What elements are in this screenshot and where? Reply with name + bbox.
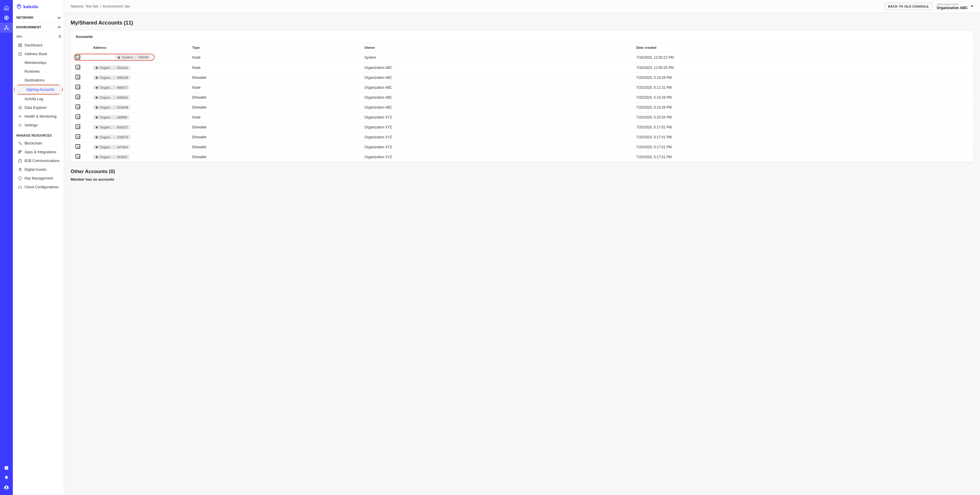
wallet-icon bbox=[76, 134, 80, 139]
svg-rect-17 bbox=[19, 151, 20, 152]
table-row[interactable]: ▣Organi...|a479e1EthwalletOrganization X… bbox=[71, 142, 973, 152]
globe-icon[interactable] bbox=[0, 13, 13, 23]
highlight-annotation: ▣System|73503e bbox=[75, 54, 154, 60]
address-pill: ▣Organi...|a479e1 bbox=[93, 145, 130, 149]
sidebar-item-address-book[interactable]: Address Book bbox=[13, 50, 64, 58]
chain-icon bbox=[18, 141, 22, 145]
dashboard-icon bbox=[18, 43, 22, 47]
sidebar-item-blockchain[interactable]: Blockchain bbox=[13, 139, 64, 148]
topbar: Network: Test Net / Environment: dev BAC… bbox=[64, 0, 980, 13]
main-area: Network: Test Net / Environment: dev BAC… bbox=[64, 0, 980, 495]
sidebar-item-runtimes[interactable]: Runtimes bbox=[13, 67, 64, 76]
sidebar-item-data-explorer[interactable]: Data Explorer bbox=[13, 103, 64, 112]
sidebar-item-health[interactable]: Health & Monitoring bbox=[13, 112, 64, 121]
icon-rail: ? bbox=[0, 0, 13, 495]
svg-rect-10 bbox=[19, 46, 20, 47]
compass-icon bbox=[18, 105, 22, 110]
svg-rect-11 bbox=[21, 46, 22, 47]
wallet-icon bbox=[76, 55, 80, 59]
other-accounts-title: Other Accounts (0) bbox=[71, 169, 974, 174]
wallet-icon bbox=[76, 114, 80, 119]
sidebar-item-destinations[interactable]: Destinations bbox=[13, 76, 64, 85]
page-title: My/Shared Accounts (11) bbox=[71, 20, 974, 26]
table-row[interactable]: ▣Organi...|a8f995NodeOrganization XYZ7/2… bbox=[71, 112, 973, 122]
table-row[interactable]: ▣Organi...|8d2bb1EthwalletOrganization A… bbox=[71, 93, 973, 102]
environment-section-header[interactable]: ENVIRONMENT bbox=[13, 22, 64, 32]
sidebar: kaleido NETWORK ENVIRONMENT dev Dashboar… bbox=[13, 0, 64, 495]
table-row[interactable]: ▣Organi...|228570EthwalletOrganization X… bbox=[71, 132, 973, 142]
table-row[interactable]: ▣System|73503eNodeSystem7/16/2020, 12:50… bbox=[71, 52, 973, 63]
apps-icon bbox=[18, 150, 22, 154]
table-row[interactable]: ▣Organi...|6dcb27EthwalletOrganization X… bbox=[71, 122, 973, 132]
wallet-icon bbox=[76, 75, 80, 79]
logo-text: kaleido bbox=[23, 4, 38, 9]
svg-rect-8 bbox=[19, 44, 20, 45]
chevron-up-icon bbox=[57, 26, 60, 29]
table-row[interactable]: ▣Organi...|8bfd72NodeOrganization ABC7/2… bbox=[71, 83, 973, 93]
wallet-icon bbox=[76, 104, 80, 109]
col-type: Type bbox=[188, 43, 360, 52]
bell-icon[interactable] bbox=[0, 473, 13, 483]
cloud-icon bbox=[18, 185, 22, 189]
sidebar-item-signing-accounts[interactable]: Signing Accounts bbox=[14, 85, 62, 94]
accounts-table: Address Type Owner Date created ▣System|… bbox=[71, 43, 973, 162]
book-icon bbox=[18, 52, 22, 56]
organization-dropdown[interactable]: ORGANIZATION Organization ABC bbox=[937, 3, 974, 10]
gear-icon bbox=[18, 123, 22, 127]
network-section-header[interactable]: NETWORK bbox=[13, 13, 64, 22]
other-accounts-empty: Member has no accounts bbox=[71, 177, 974, 182]
table-row[interactable]: ▣Organi...|053f25EthwalletOrganization X… bbox=[71, 152, 973, 162]
sidebar-item-dashboard[interactable]: Dashboard bbox=[13, 41, 64, 50]
wallet-icon bbox=[76, 125, 80, 129]
environment-selector[interactable]: dev bbox=[13, 32, 64, 41]
wallet-icon bbox=[76, 154, 80, 159]
wallet-icon bbox=[76, 85, 80, 89]
help-icon[interactable]: ? bbox=[0, 463, 13, 473]
address-pill: ▣Organi...|8d2bb1 bbox=[93, 95, 130, 100]
col-owner: Owner bbox=[360, 43, 632, 52]
sidebar-item-settings[interactable]: Settings bbox=[13, 121, 64, 129]
wallet-icon bbox=[76, 144, 80, 149]
svg-text:?: ? bbox=[6, 466, 7, 469]
svg-rect-9 bbox=[21, 44, 22, 45]
sidebar-item-cloud[interactable]: Cloud Configurations bbox=[13, 183, 64, 192]
highlight-annotation: Signing Accounts bbox=[14, 85, 63, 94]
wallet-icon bbox=[76, 65, 80, 69]
svg-point-14 bbox=[19, 125, 21, 126]
sidebar-item-key-mgmt[interactable]: Key Management bbox=[13, 174, 64, 183]
wallet-icon bbox=[76, 94, 80, 99]
address-pill: ▣Organi...|a8f995 bbox=[93, 115, 129, 120]
chevron-down-icon bbox=[57, 16, 60, 19]
sidebar-item-apps[interactable]: Apps & Integrations bbox=[13, 148, 64, 156]
address-pill: ▣Organi...|32ea1a bbox=[93, 65, 130, 70]
table-row[interactable]: ▣Organi...|010e44EthwalletOrganization A… bbox=[71, 102, 973, 112]
shield-icon bbox=[18, 176, 22, 180]
address-pill: ▣Organi...|010e44 bbox=[93, 105, 130, 110]
dropdown-icon bbox=[970, 6, 974, 7]
svg-point-7 bbox=[6, 486, 7, 488]
back-to-old-console-button[interactable]: BACK TO OLD CONSOLE bbox=[885, 3, 932, 10]
svg-rect-20 bbox=[19, 160, 22, 162]
account-icon[interactable] bbox=[0, 483, 13, 493]
network-icon[interactable] bbox=[0, 23, 13, 33]
table-row[interactable]: ▣Organi...|9082d9EthwalletOrganization A… bbox=[71, 73, 973, 83]
svg-point-1 bbox=[6, 26, 7, 27]
home-icon[interactable] bbox=[0, 3, 13, 13]
accounts-card: Accounts Address Type Owner Date created… bbox=[71, 30, 974, 162]
chevron-right-icon bbox=[57, 35, 60, 38]
svg-rect-18 bbox=[21, 151, 22, 152]
address-pill: ▣Organi...|6dcb27 bbox=[93, 125, 130, 129]
table-row[interactable]: ▣Organi...|32ea1aNodeOrganization ABC7/1… bbox=[71, 63, 973, 73]
sidebar-item-b2b[interactable]: B2B Communications bbox=[13, 156, 64, 165]
address-pill: ▣Organi...|053f25 bbox=[93, 155, 129, 160]
manage-resources-header: MANAGE RESOURCES bbox=[13, 129, 64, 139]
sidebar-item-activity-log[interactable]: Activity Log bbox=[13, 94, 64, 103]
assets-icon bbox=[18, 168, 22, 172]
sidebar-item-digital-assets[interactable]: Digital Assets bbox=[13, 165, 64, 174]
address-pill: ▣Organi...|8bfd72 bbox=[93, 85, 129, 90]
svg-rect-19 bbox=[19, 152, 20, 154]
sidebar-item-memberships[interactable]: Memberships bbox=[13, 58, 64, 67]
address-pill: ▣Organi...|228570 bbox=[93, 135, 130, 139]
logo[interactable]: kaleido bbox=[13, 0, 64, 13]
address-pill: ▣Organi...|9082d9 bbox=[93, 75, 130, 80]
